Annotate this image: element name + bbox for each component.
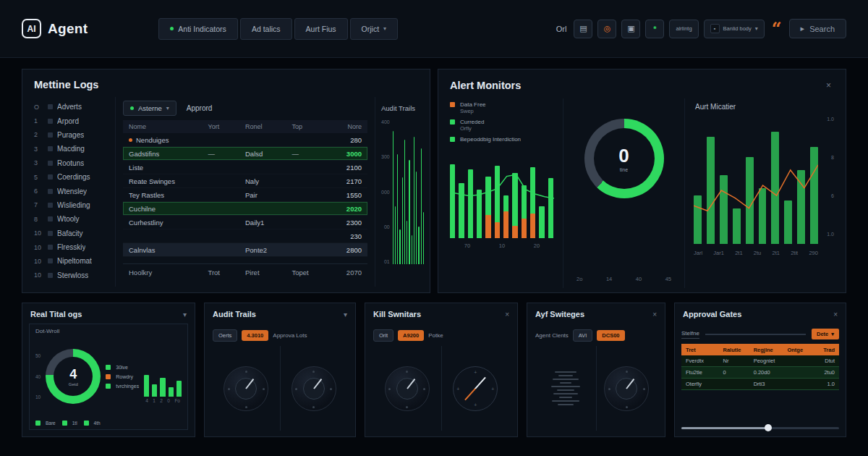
equalizer-line (558, 404, 574, 406)
sidebar-item-icon (48, 203, 53, 208)
gauge-cell (280, 346, 348, 431)
monitor-button[interactable]: ▣ (621, 20, 640, 38)
table-row[interactable]: Tey RastlesPair1550 (123, 188, 367, 202)
chart-bar (152, 384, 157, 397)
sidebar-item-label: Bafacity (57, 229, 83, 237)
alert-monitors-body: Data FreeSwepCurrededOrflyBepeoddbig Int… (438, 98, 846, 288)
table-row[interactable]: Reate SwingesNaly2170 (123, 174, 367, 188)
sidebar-item-icon (48, 132, 53, 138)
table-row[interactable]: 230 (123, 229, 367, 243)
table-row[interactable]: CurhestlinyDaily12300 (123, 216, 367, 229)
legend-label: tvrchinges (116, 384, 139, 389)
sidebar-item[interactable]: 10Bafacity (34, 227, 115, 240)
sidebar-item[interactable]: 1Arpord (34, 114, 115, 127)
sidebar-item-label: Flresskiy (57, 243, 85, 251)
nav-tab-orjict[interactable]: Orjict ▾ (350, 18, 399, 40)
sidebar-item[interactable]: 10Nipeltomat (34, 254, 115, 268)
sidebar-item[interactable]: 2Purages (34, 128, 115, 142)
gates-table-cell: Fverdtx (686, 358, 723, 364)
sidebar-item-index: 5 (34, 174, 43, 181)
tick-label: 00 (381, 224, 390, 229)
spark-button[interactable]: * (645, 20, 664, 38)
table-row[interactable]: Nenduiges280 (123, 133, 367, 147)
sidebar-item[interactable]: 8Wtooly (34, 212, 115, 226)
sidebar-item-label: Macding (57, 145, 85, 153)
copy-button[interactable]: ▤ (574, 20, 592, 38)
column-header: Ronel (245, 123, 292, 130)
table-row[interactable]: CalnvlasPonte22800 (123, 243, 367, 257)
tick-label: 70 (464, 242, 470, 249)
close-icon[interactable]: × (505, 311, 509, 318)
tick-label: 0 (167, 398, 170, 403)
gates-slider[interactable] (681, 424, 839, 431)
sidebar-item[interactable]: 10Flresskiy (34, 240, 115, 254)
table-cell: Pair (245, 191, 292, 199)
collapse-icon[interactable]: ▾ (344, 311, 347, 318)
nav-tab-aurt-fius[interactable]: Aurt Fius (294, 18, 348, 40)
chart-area (694, 117, 818, 244)
knob-gauge[interactable] (385, 366, 430, 411)
footer-cell: Topet (292, 269, 320, 276)
gates-table-row[interactable]: Ftu2tle00.20d02tu0 (681, 367, 839, 379)
table-cell: — (208, 150, 245, 158)
equalizer-line (560, 382, 571, 384)
slider-handle[interactable] (765, 424, 772, 431)
tick-label: 2tit (791, 250, 798, 256)
asterne-dropdown[interactable]: Asterne ▾ (123, 101, 176, 116)
sidebar-item[interactable]: 6Wtensley (34, 184, 115, 198)
knob-gauge[interactable] (224, 366, 268, 411)
footer-cell: 2070 (320, 269, 362, 276)
knob-gauge[interactable] (604, 366, 649, 411)
collapse-icon[interactable]: ▾ (183, 311, 187, 318)
legend-item: 4th (84, 421, 101, 426)
realtime-logs-card: Real Tital ogs ▾ Dot-Wroll 504010 4 Getd… (22, 303, 195, 437)
sidebar-item[interactable]: 10Sterwloss (34, 269, 115, 282)
chevron-down-icon: ▾ (383, 25, 386, 32)
card-header: Kill Swnitars × (365, 303, 517, 324)
sidebar-item-label: Purages (57, 131, 84, 139)
status-dot-icon (170, 27, 174, 30)
chart-bar (393, 131, 393, 264)
sidebar-item-index: O (34, 104, 43, 111)
sidebar-item-icon (48, 104, 53, 109)
close-icon[interactable]: × (652, 311, 657, 318)
table-row[interactable]: Cuchilne2020 (123, 202, 367, 216)
alerting-button[interactable]: alrlintg (669, 20, 698, 38)
dete-dropdown[interactable]: Dete ▾ (812, 329, 839, 339)
legend-label: 30ive (116, 365, 139, 370)
close-icon[interactable]: × (833, 311, 838, 318)
sidebar-item-label: Adverts (57, 103, 82, 111)
close-icon[interactable]: × (823, 79, 834, 92)
sidebar-item[interactable]: OAdverts (34, 100, 115, 114)
gates-table-row[interactable]: FverdtxNrPeognietDtut (681, 355, 839, 367)
band-body-button[interactable]: ▪ Banlid body ▾ (704, 20, 765, 38)
legend-swatch (106, 384, 111, 389)
sidebar-item-index: 10 (34, 258, 43, 265)
card-title: Audit Trails (213, 310, 256, 318)
sidebar-item[interactable]: 3Rootuns (34, 156, 115, 170)
dashboard-content: Mettine Logs OAdverts1Arpord2Purages3Mac… (0, 58, 868, 437)
sidebar-item-icon (48, 161, 53, 166)
equalizer-line (559, 397, 572, 399)
search-button[interactable]: ▸ Search (789, 19, 846, 38)
target-button[interactable]: ◎ (597, 20, 616, 38)
compass-gauge[interactable]: + + + + (453, 366, 498, 411)
equalizer-line (557, 389, 574, 392)
sidebar-item-label: Sterwloss (57, 271, 88, 279)
table-row[interactable]: Liste2100 (123, 161, 367, 174)
spark-icon: * (653, 25, 656, 33)
knob-gauge[interactable] (292, 366, 336, 411)
sidebar-item[interactable]: 5Coerdings (34, 170, 115, 184)
sidebar-item[interactable]: 7Wislieding (34, 198, 115, 212)
tick-label: 290 (809, 250, 818, 256)
y-axis-labels: 504010 (35, 353, 41, 400)
nav-tab-anti-indicators[interactable]: Anti Indicators (158, 18, 238, 40)
table-cell: Reate Swinges (129, 177, 208, 185)
sidebar-item[interactable]: 3Macding (34, 142, 115, 156)
card-note: Approva Lots (273, 332, 307, 339)
nav-tab-ad-talics[interactable]: Ad talics (240, 18, 292, 40)
table-cell: Curhestliny (129, 219, 208, 227)
table-row[interactable]: Gadstifins—Dalsd—3000 (123, 147, 367, 161)
gates-table-row[interactable]: OterflyDrti31.0 (681, 379, 839, 390)
y-axis-labels: 4003000000001 (381, 119, 390, 264)
